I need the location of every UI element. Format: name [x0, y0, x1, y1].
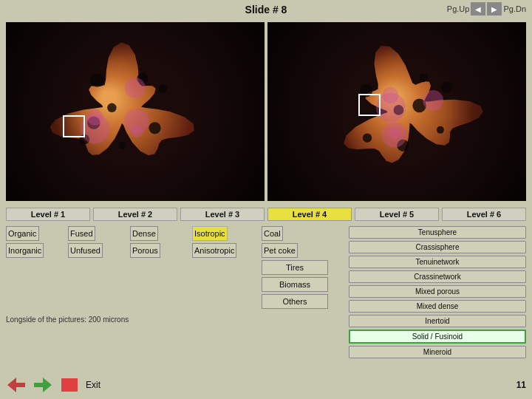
page-number: 11 — [516, 380, 526, 390]
solidfusinoid-button[interactable]: Solid / Fusinoid — [349, 330, 526, 344]
left-slide-image — [6, 22, 265, 201]
exit-label: Exit — [86, 380, 100, 390]
crassinetwork-button[interactable]: Crassinetwork — [349, 270, 526, 283]
svg-rect-2 — [61, 378, 78, 392]
prev-button[interactable]: ◀ — [471, 2, 485, 16]
left-selection-box — [63, 115, 85, 137]
level4-header[interactable]: Level # 4 — [267, 208, 352, 221]
svg-marker-0 — [7, 378, 25, 392]
stop-icon[interactable] — [59, 377, 80, 393]
level1-header[interactable]: Level # 1 — [6, 208, 90, 221]
slide-title: Slide # 8 — [245, 4, 287, 16]
level3-header[interactable]: Level # 3 — [180, 208, 265, 221]
level5-header[interactable]: Level # 5 — [355, 208, 439, 221]
back-icon[interactable] — [6, 377, 27, 393]
footer: Exit 11 — [0, 374, 532, 396]
petcoke-button[interactable]: Pet coke — [262, 243, 298, 258]
isotropic-button[interactable]: Isotropic — [192, 226, 228, 241]
right-selection-box — [358, 94, 381, 116]
anisotropic-button[interactable]: Anisotropic — [192, 243, 236, 258]
level6-header[interactable]: Level # 6 — [442, 208, 526, 221]
mineroid-button[interactable]: Mineroid — [349, 346, 526, 358]
inorganic-button[interactable]: Inorganic — [6, 243, 44, 258]
svg-marker-1 — [34, 378, 52, 392]
mixeddense-button[interactable]: Mixed dense — [349, 300, 526, 313]
unfused-button[interactable]: Unfused — [68, 243, 103, 258]
dense-button[interactable]: Dense — [130, 226, 158, 241]
pgdn-label: Pg.Dn — [503, 4, 526, 13]
forward-icon[interactable] — [33, 377, 53, 393]
fused-button[interactable]: Fused — [68, 226, 95, 241]
level2-header[interactable]: Level # 2 — [93, 208, 177, 221]
porous-button[interactable]: Porous — [130, 243, 160, 258]
inertoid-button[interactable]: Inertoid — [349, 315, 526, 327]
crassisphere-button[interactable]: Crassisphere — [349, 241, 526, 253]
others-button[interactable]: Others — [262, 294, 328, 309]
longside-label: Longside of the pictures: 200 microns — [6, 316, 129, 324]
organic-button[interactable]: Organic — [6, 226, 39, 241]
biomass-button[interactable]: Biomass — [262, 277, 328, 292]
tenusphere-button[interactable]: Tenusphere — [349, 226, 526, 239]
pgup-label: Pg.Up — [447, 4, 470, 13]
tenuinetwork-button[interactable]: Tenuinetwork — [349, 256, 526, 268]
next-button[interactable]: ▶ — [487, 2, 502, 16]
tires-button[interactable]: Tires — [262, 260, 328, 275]
mixedporous-button[interactable]: Mixed porous — [349, 285, 526, 298]
right-slide-image — [267, 22, 526, 201]
coal-button[interactable]: Coal — [262, 226, 283, 241]
